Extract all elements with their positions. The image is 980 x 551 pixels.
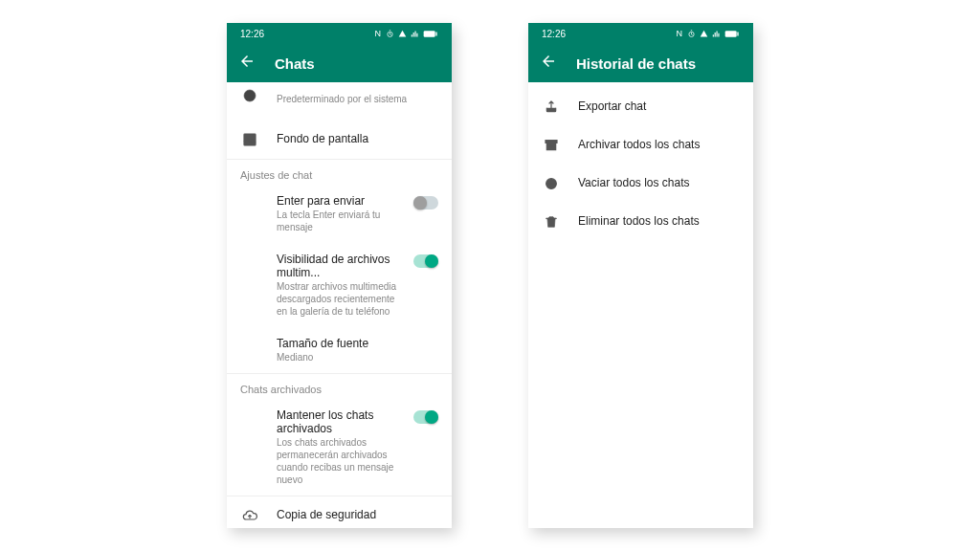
settings-content: Predeterminado por el sistema Fondo de p… [227,82,452,528]
svg-rect-1 [424,31,435,37]
archive-all-label: Archivar todos los chats [578,138,740,153]
svg-rect-6 [725,31,737,37]
delete-all-label: Eliminar todos los chats [578,214,740,230]
export-icon [542,99,561,115]
trash-icon [542,214,561,230]
app-bar: Historial de chats [528,44,753,82]
page-title: Historial de chats [576,55,696,72]
export-chat-label: Exportar chat [578,99,740,115]
media-visibility-toggle[interactable] [413,254,438,268]
export-chat-row[interactable]: Exportar chat [528,88,753,126]
clear-icon [542,176,561,191]
keep-archived-toggle[interactable] [413,410,438,424]
clear-all-label: Vaciar todos los chats [578,176,740,191]
app-bar: Chats [227,44,452,82]
font-size-row[interactable]: Tamaño de fuente Mediano [227,327,452,373]
section-archived: Chats archivados [227,374,452,399]
svg-rect-2 [435,32,436,35]
media-visibility-row[interactable]: Visibilidad de archivos multim... Mostra… [227,243,452,327]
phone-screen-chats: 12:26 N Chats Predeterminado por el sist… [227,23,452,528]
status-icons: N [677,29,741,38]
status-bar: 12:26 N [227,23,452,44]
back-icon[interactable] [238,53,256,74]
status-bar: 12:26 N [528,23,753,44]
theme-row[interactable]: Predeterminado por el sistema [227,82,452,121]
svg-rect-7 [737,32,738,35]
theme-sub: Predeterminado por el sistema [277,93,438,105]
enter-to-send-title: Enter para enviar [277,194,406,208]
wallpaper-row[interactable]: Fondo de pantalla [227,121,452,159]
status-time: 12:26 [542,29,566,39]
media-visibility-sub: Mostrar archivos multimedia descargados … [277,280,406,318]
enter-to-send-toggle[interactable] [413,196,438,209]
phone-screen-history: 12:26 N Historial de chats Exportar chat [528,23,753,528]
clear-all-row[interactable]: Vaciar todos los chats [528,165,753,203]
wallpaper-icon [240,132,259,147]
wallpaper-label: Fondo de pantalla [277,132,438,147]
delete-all-row[interactable]: Eliminar todos los chats [528,203,753,241]
backup-label: Copia de seguridad [277,508,438,523]
keep-archived-sub: Los chats archivados permanecerán archiv… [277,436,406,486]
font-size-sub: Mediano [277,351,406,364]
cloud-backup-icon [240,508,259,523]
media-visibility-title: Visibilidad de archivos multim... [277,253,406,279]
status-time: 12:26 [240,29,264,39]
section-chat-settings: Ajustes de chat [227,160,452,185]
svg-rect-8 [546,141,557,143]
enter-to-send-sub: La tecla Enter enviará tu mensaje [277,209,406,233]
page-title: Chats [275,55,315,72]
font-size-title: Tamaño de fuente [277,337,406,350]
keep-archived-title: Mantener los chats archivados [277,408,406,435]
enter-to-send-row[interactable]: Enter para enviar La tecla Enter enviará… [227,185,452,243]
back-icon[interactable] [540,53,557,74]
svg-point-3 [244,90,256,101]
status-icons: N [375,29,439,38]
archive-icon [542,138,561,153]
history-content: Exportar chat Archivar todos los chats V… [528,82,753,528]
keep-archived-row[interactable]: Mantener los chats archivados Los chats … [227,399,452,496]
backup-row[interactable]: Copia de seguridad [227,496,452,528]
archive-all-row[interactable]: Archivar todos los chats [528,126,753,165]
theme-icon [240,88,259,103]
